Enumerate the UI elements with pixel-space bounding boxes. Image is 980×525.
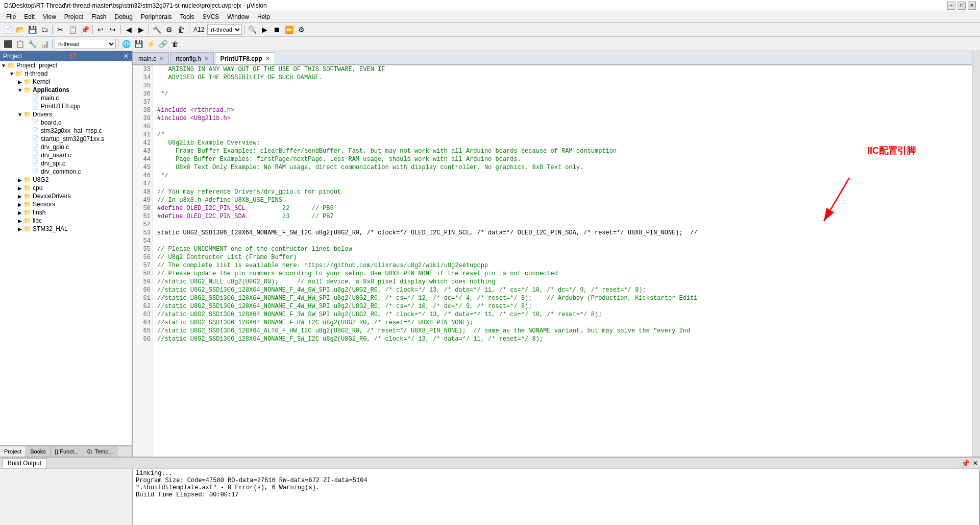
undo-button[interactable]: ↩ (95, 24, 106, 35)
editor-tab-PrintUTF8.cpp[interactable]: PrintUTF8.cpp✕ (215, 52, 275, 64)
redo-button[interactable]: ↪ (107, 24, 118, 35)
panel-close-icon[interactable]: ✕ (124, 53, 129, 60)
menu-item-debug[interactable]: Debug (111, 12, 137, 21)
settings-button[interactable]: ⚙ (296, 24, 307, 35)
chip-button[interactable]: 💾 (133, 38, 144, 50)
tree-item-drv_usart.c[interactable]: 📄drv_usart.c (0, 151, 132, 159)
tree-item-libc[interactable]: ▶📁libc (0, 217, 132, 225)
tree-icon-PrintUTF8.cpp: 📄 (32, 103, 39, 110)
bp-pin-icon[interactable]: 📌 (961, 459, 970, 467)
tab-close-PrintUTF8.cpp[interactable]: ✕ (265, 56, 270, 61)
tree-label-main.c: main.c (41, 94, 59, 102)
project-tab-books[interactable]: Books (26, 446, 51, 457)
line-num-50: 50 (135, 204, 151, 212)
run-to-cursor[interactable]: ⏩ (283, 24, 295, 35)
build-line: ".\build\template.axf" - 0 Error(s), 6 W… (136, 484, 976, 491)
menu-item-svcs[interactable]: SVCS (199, 12, 224, 21)
menu-item-flash[interactable]: Flash (87, 12, 110, 21)
separator2 (92, 25, 93, 34)
bp-close-icon[interactable]: ✕ (973, 460, 978, 467)
code-line-53: static U8G2_SSD1306_128X64_NONAME_F_SW_I… (157, 229, 968, 237)
search-button[interactable]: 🔍 (247, 24, 258, 35)
menu-item-peripherals[interactable]: Peripherals (137, 12, 176, 21)
minimize-button[interactable]: − (947, 2, 955, 10)
tb2-btn2[interactable]: 📋 (14, 38, 26, 50)
copy-button[interactable]: 📋 (67, 24, 78, 35)
right-scrollbar[interactable] (972, 51, 980, 457)
debug-button[interactable]: ▶ (259, 24, 270, 35)
panel-pin-icon[interactable]: 📌 (69, 53, 77, 60)
menu-item-file[interactable]: File (2, 12, 20, 21)
tb2-btn3[interactable]: 🔧 (27, 38, 38, 50)
close-button[interactable]: ✕ (968, 2, 976, 10)
code-line-34: ADVISED OF THE POSSIBILITY OF SUCH DAMAG… (157, 74, 968, 82)
save-all-button[interactable]: 🗂 (39, 24, 50, 35)
menu-item-view[interactable]: View (39, 12, 60, 21)
link-button[interactable]: 🔗 (157, 38, 168, 50)
tree-item-stm32g0xx_hal_msp.c[interactable]: 📄stm32g0xx_hal_msp.c (0, 127, 132, 135)
menu-item-edit[interactable]: Edit (20, 12, 39, 21)
tree-item-PrintUTF8.cpp[interactable]: 📄PrintUTF8.cpp (0, 102, 132, 110)
tree-item-kernel[interactable]: ▶📁Kernel (0, 78, 132, 86)
tree-item-main.c[interactable]: 📄main.c (0, 94, 132, 102)
tree-item-DeviceDrivers[interactable]: ▶📁DeviceDrivers (0, 192, 132, 200)
tree-item-applications[interactable]: ▼📁Applications (0, 86, 132, 94)
tab-close-main.c[interactable]: ✕ (159, 56, 163, 61)
tb2-btn4[interactable]: 📊 (39, 38, 50, 50)
menu-item-help[interactable]: Help (253, 12, 274, 21)
tree-arrow-Sensors: ▶ (16, 202, 23, 207)
rebuild-button[interactable]: ⚙ (163, 24, 175, 35)
stop-button[interactable]: ⏹ (271, 24, 282, 35)
tree-item-startup_stm32g071xx.s[interactable]: 📄startup_stm32g071xx.s (0, 135, 132, 143)
line-num-55: 55 (135, 245, 151, 253)
tree-item-drv_common.c[interactable]: 📄drv_common.c (0, 168, 132, 176)
editor-tab-main.c[interactable]: main.c✕ (133, 52, 169, 64)
editor-tab-rtconfig.h[interactable]: rtconfig.h✕ (170, 52, 213, 64)
code-content[interactable]: ARISING IN ANY WAY OUT OF THE USE OF THI… (153, 65, 972, 457)
cut-button[interactable]: ✂ (55, 24, 66, 35)
erase-button[interactable]: 🗑 (169, 38, 181, 50)
tree-item-drv_spi.c[interactable]: 📄drv_spi.c (0, 159, 132, 168)
project-tab-templates[interactable]: 0↓ Temp... (83, 446, 118, 457)
tab-close-rtconfig.h[interactable]: ✕ (204, 56, 208, 61)
tree-item-board.c[interactable]: 📄board.c (0, 118, 132, 127)
tree-item-drv_gpio.c[interactable]: 📄drv_gpio.c (0, 143, 132, 151)
flash-button[interactable]: ⚡ (145, 38, 156, 50)
bottom-panel-tabs: Build Output 📌 ✕ (0, 457, 980, 469)
menu-item-project[interactable]: Project (60, 12, 87, 21)
tree-item-project-root[interactable]: ▼📁Project: project (0, 61, 132, 69)
tree-item-drivers[interactable]: ▼📁Drivers (0, 110, 132, 118)
tb2-btn1[interactable]: ⬛ (2, 38, 13, 50)
build-output-panel: linking...Program Size: Code=47580 RO-da… (133, 469, 980, 525)
forward-button[interactable]: ▶ (135, 24, 146, 35)
target-select[interactable]: rt-thread (207, 25, 242, 35)
tree-item-Sensors[interactable]: ▶📁Sensors (0, 200, 132, 208)
clean-button[interactable]: 🗑 (176, 24, 187, 35)
project-tab-functions[interactable]: {} Funct... (51, 446, 83, 457)
build-target-button[interactable]: 🔨 (151, 24, 162, 35)
save-button[interactable]: 💾 (27, 24, 38, 35)
open-button[interactable]: 📂 (14, 24, 26, 35)
back-button[interactable]: ◀ (123, 24, 134, 35)
tree-item-cpu[interactable]: ▶📁cpu (0, 184, 132, 192)
tree-item-STM32_HAL[interactable]: ▶📁STM32_HAL (0, 225, 132, 233)
code-editor[interactable]: 3334353637383940414243444546474849505152… (133, 65, 972, 457)
project-select[interactable]: rt-thread (55, 39, 116, 49)
tree-item-U8G2[interactable]: ▶📁U8G2 (0, 176, 132, 184)
new-file-button[interactable]: 📄 (2, 24, 13, 35)
paste-button[interactable]: 📌 (79, 24, 90, 35)
maximize-button[interactable]: □ (958, 2, 966, 10)
build-output-tab[interactable]: Build Output (2, 458, 47, 468)
tree-icon-rt-thread: 📁 (15, 70, 23, 77)
tree-item-finsh[interactable]: ▶📁finsh (0, 208, 132, 217)
separator5 (189, 25, 189, 34)
code-line-51: #define OLED_I2C_PIN_SDA 23 // PB7 (157, 212, 968, 221)
tree-item-rt-thread[interactable]: ▼📁rt-thread (0, 69, 132, 78)
env-button[interactable]: 🌐 (120, 38, 132, 50)
menu-item-tools[interactable]: Tools (176, 12, 199, 21)
project-tab-project[interactable]: Project (0, 446, 26, 457)
line-num-57: 57 (135, 261, 151, 270)
menu-item-window[interactable]: Window (223, 12, 253, 21)
line-num-52: 52 (135, 221, 151, 229)
tree-icon-STM32_HAL: 📁 (23, 225, 31, 232)
